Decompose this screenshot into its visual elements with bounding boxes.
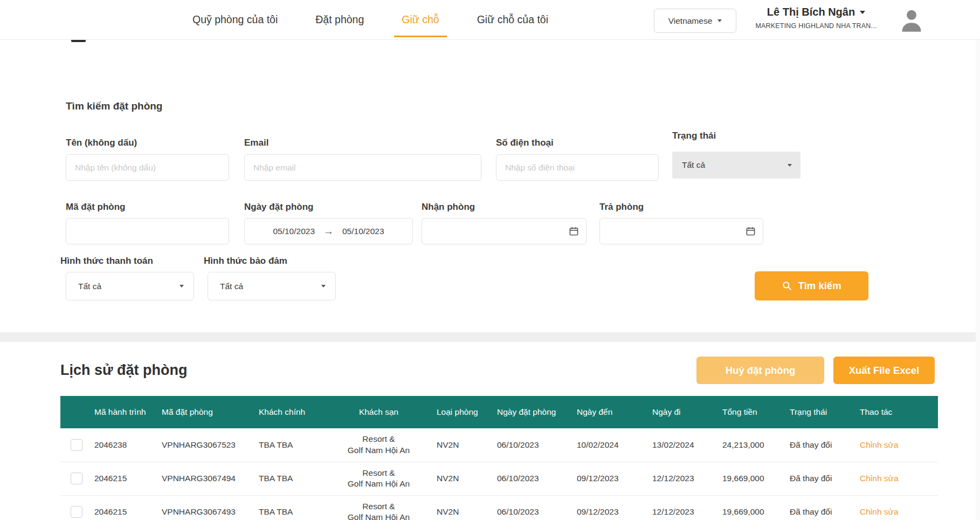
export-excel-button[interactable]: Xuất File Excel [833,357,935,384]
booking-date-label: Ngày đặt phòng [244,202,313,213]
scrollbar-track[interactable] [976,0,980,520]
header-room-type: Loại phòng [431,396,492,428]
cell-total: 19,669,000 [717,462,784,495]
hotel-line2: Golf Nam Hội An [332,445,426,456]
cell-booking-date: 06/10/2023 [492,428,571,462]
calendar-icon [569,226,579,236]
guarantee-method-select[interactable]: Tất cả [208,272,336,300]
cell-arrival: 10/02/2024 [571,428,647,462]
email-input[interactable] [244,154,481,181]
row-checkbox[interactable] [71,473,82,484]
header-action: Thao tác [854,396,938,428]
table-row: 2046215 VPNHARG3067493 TBA TBA Resort & … [60,495,938,520]
edit-link[interactable]: Chỉnh sửa [860,507,899,516]
cell-departure: 12/12/2023 [647,462,717,495]
header-arrival-date: Ngày đến [571,396,647,428]
top-navbar: Quỹ phòng của tôi Đặt phòng Giữ chỗ Giữ … [0,0,980,40]
guarantee-method-label: Hình thức bảo đảm [204,256,287,266]
cell-booking-code: VPNHARG3067523 [156,428,253,462]
payment-method-select[interactable]: Tất cả [66,272,194,300]
user-organization: MARKETING HIGHLAND NHA TRAN... [743,22,889,30]
cell-departure: 13/02/2024 [647,428,717,462]
table-row: 2046215 VPNHARG3067494 TBA TBA Resort & … [60,462,938,495]
avatar[interactable] [898,7,925,34]
language-select[interactable]: Vietnamese [654,9,736,33]
cell-hotel: Resort & Golf Nam Hội An [326,495,431,520]
header-main-guest: Khách chính [253,396,326,428]
nav-tabs: Quỹ phòng của tôi Đặt phòng Giữ chỗ Giữ … [192,0,548,39]
check-in-label: Nhận phòng [422,202,475,213]
edit-link[interactable]: Chỉnh sửa [860,440,899,449]
booking-date-to: 05/10/2023 [342,227,384,236]
payment-method-label: Hình thức thanh toán [60,256,153,266]
hotel-line1: Resort & [332,468,426,478]
header-departure-date: Ngày đi [647,396,717,428]
cancel-booking-button[interactable]: Huỷ đặt phòng [696,357,824,384]
section-divider [0,332,980,342]
cell-departure: 12/12/2023 [647,495,717,520]
cell-hotel: Resort & Golf Nam Hội An [326,462,431,495]
booking-code-input[interactable] [66,218,229,244]
phone-input[interactable] [496,154,659,181]
check-out-date-input[interactable] [599,218,763,244]
search-section-title: Tìm kiếm đặt phòng [66,100,162,112]
cell-room-type: NV2N [431,428,492,462]
cell-booking-date: 06/10/2023 [492,495,571,520]
row-checkbox[interactable] [71,506,82,518]
email-field-label: Email [244,138,268,148]
name-input[interactable] [66,154,229,181]
header-booking-date: Ngày đặt phòng [492,396,571,428]
edit-link[interactable]: Chỉnh sửa [860,474,899,483]
search-button[interactable]: Tìm kiếm [755,271,868,300]
search-button-label: Tìm kiếm [798,280,841,292]
header-status: Trạng thái [784,396,854,428]
cell-status: Đã thay đổi [784,495,854,520]
header-hotel: Khách sạn [326,396,431,428]
cell-booking-code: VPNHARG3067494 [156,462,253,495]
header-checkbox-column [60,396,89,428]
tab-giu-cho[interactable]: Giữ chỗ [402,0,439,39]
user-name-text: Lê Thị Bích Ngân [767,6,855,18]
hotel-line2: Golf Nam Hội An [332,512,426,520]
cell-total: 24,213,000 [717,428,784,462]
user-name: Lê Thị Bích Ngân [743,6,889,18]
cell-arrival: 09/12/2023 [571,462,647,495]
hotel-line2: Golf Nam Hội An [332,478,426,489]
calendar-icon [746,226,756,236]
status-field-label: Trạng thái [672,131,716,141]
cell-booking-code: VPNHARG3067493 [156,495,253,520]
user-menu[interactable]: Lê Thị Bích Ngân MARKETING HIGHLAND NHA … [743,6,889,30]
tab-quy-phong-cua-toi[interactable]: Quỹ phòng của tôi [192,0,278,39]
check-in-date-input[interactable] [422,218,586,244]
tab-dat-phong[interactable]: Đặt phòng [315,0,364,39]
cell-hotel: Resort & Golf Nam Hội An [326,428,431,462]
cell-arrival: 09/12/2023 [571,495,647,520]
cell-booking-date: 06/10/2023 [492,462,571,495]
hotel-line1: Resort & [332,434,426,444]
table-row: 2046238 VPNHARG3067523 TBA TBA Resort & … [60,428,938,462]
row-checkbox[interactable] [71,439,82,451]
booking-history-table: Mã hành trình Mã đặt phòng Khách chính K… [60,396,938,520]
header-itinerary-code: Mã hành trình [89,396,156,428]
chevron-down-icon [321,285,326,288]
phone-field-label: Số điện thoại [496,138,554,148]
booking-date-from: 05/10/2023 [273,227,315,236]
name-field-label: Tên (không dấu) [66,138,137,148]
arrow-right-icon: → [323,226,334,236]
status-select-value: Tất cả [682,160,788,170]
booking-date-range-input[interactable]: 05/10/2023 → 05/10/2023 [244,218,413,244]
tab-giu-cho-cua-toi[interactable]: Giữ chỗ của tôi [477,0,548,39]
booking-code-label: Mã đặt phòng [66,202,125,213]
cell-guest: TBA TBA [253,462,326,495]
cell-itinerary: 2046215 [89,462,156,495]
guarantee-method-value: Tất cả [220,282,321,291]
cell-total: 19,669,000 [717,495,784,520]
chevron-down-icon [860,11,865,14]
check-out-label: Trả phòng [599,202,644,213]
person-icon [898,7,925,34]
status-select[interactable]: Tất cả [672,152,800,179]
cell-itinerary: 2046238 [89,428,156,462]
cell-status: Đã thay đổi [784,462,854,495]
chevron-down-icon [717,19,722,22]
cell-guest: TBA TBA [253,428,326,462]
